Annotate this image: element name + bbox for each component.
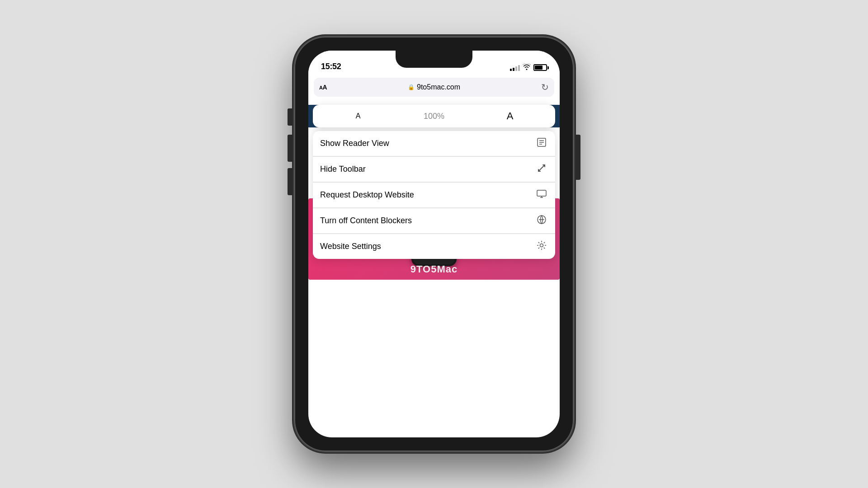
menu-item-hide-toolbar[interactable]: Hide Toolbar	[313, 157, 555, 182]
dropdown-overlay: A 100% A Show Reader View	[308, 105, 560, 437]
reader-view-icon	[535, 137, 548, 150]
signal-bar-4	[518, 65, 520, 71]
show-reader-view-label: Show Reader View	[320, 139, 535, 148]
content-blockers-icon	[535, 215, 548, 227]
font-decrease-button[interactable]: A	[320, 112, 396, 120]
website-settings-icon	[535, 240, 548, 253]
context-menu: Show Reader View Hide Toolbar	[313, 131, 555, 259]
battery-icon	[533, 64, 547, 71]
menu-item-request-desktop[interactable]: Request Desktop Website	[313, 183, 555, 208]
lock-icon: 🔒	[408, 84, 415, 90]
font-big-a: A	[322, 84, 327, 91]
iphone-screen: 15:52	[308, 51, 560, 437]
signal-bar-1	[510, 69, 512, 71]
signal-bar-2	[513, 68, 514, 71]
volume-down-button	[288, 168, 292, 195]
iphone-frame: 15:52	[294, 36, 574, 452]
status-icons	[510, 64, 547, 71]
reload-button[interactable]: ↻	[541, 82, 549, 93]
svg-point-13	[540, 244, 543, 247]
mute-button	[288, 108, 292, 126]
wifi-icon	[523, 64, 531, 71]
notch	[396, 51, 472, 68]
font-size-picker[interactable]: A 100% A	[313, 105, 555, 127]
request-desktop-icon	[535, 189, 548, 201]
website-settings-label: Website Settings	[320, 242, 535, 251]
font-increase-button[interactable]: A	[472, 110, 548, 122]
browser-area: AA 🔒 9to5mac.com ↻ 9 Y	[308, 74, 560, 437]
address-bar[interactable]: AA 🔒 9to5mac.com ↻	[314, 78, 554, 97]
battery-fill	[535, 66, 542, 70]
menu-item-show-reader-view[interactable]: Show Reader View	[313, 131, 555, 156]
svg-rect-9	[537, 190, 546, 196]
svg-line-4	[538, 165, 545, 171]
font-percent-display: 100%	[396, 112, 472, 121]
signal-icon	[510, 65, 520, 71]
url-text: 9to5mac.com	[417, 83, 460, 91]
menu-item-website-settings[interactable]: Website Settings	[313, 234, 555, 259]
signal-bar-3	[515, 66, 517, 71]
hide-toolbar-icon	[535, 163, 548, 175]
status-time: 15:52	[321, 62, 341, 71]
request-desktop-label: Request Desktop Website	[320, 190, 535, 200]
menu-item-content-blockers[interactable]: Turn off Content Blockers	[313, 208, 555, 234]
url-display[interactable]: 🔒 9to5mac.com	[330, 83, 538, 91]
power-button	[576, 135, 580, 180]
volume-up-button	[288, 135, 292, 162]
content-blockers-label: Turn off Content Blockers	[320, 216, 535, 225]
font-size-button[interactable]: AA	[319, 84, 327, 91]
hide-toolbar-label: Hide Toolbar	[320, 164, 535, 174]
